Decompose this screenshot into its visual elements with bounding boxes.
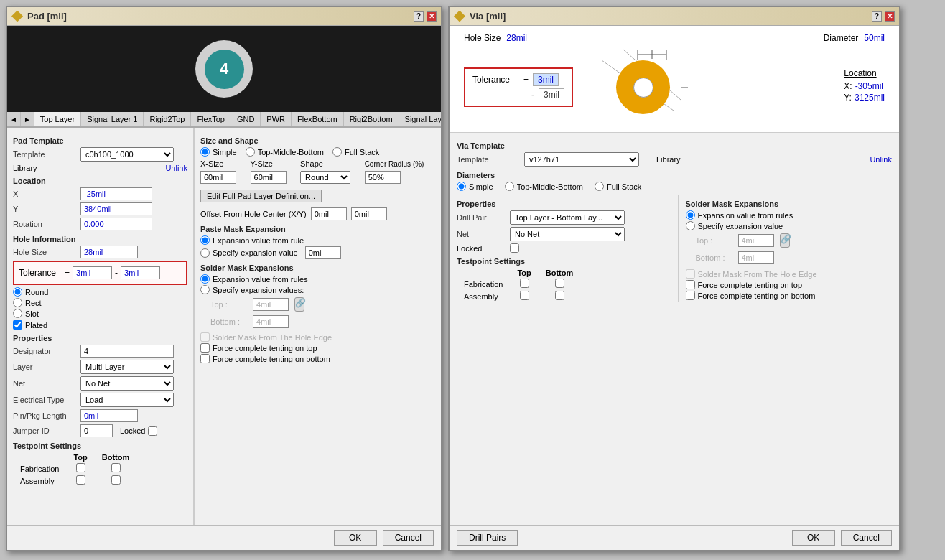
via-help-button[interactable]: ? bbox=[872, 11, 882, 22]
solder-specify-radio[interactable] bbox=[200, 285, 210, 294]
tab-nav-left[interactable]: ◄ bbox=[7, 112, 21, 126]
layer-select[interactable]: Multi-Layer bbox=[80, 360, 174, 374]
via-simple-radio[interactable] bbox=[457, 182, 466, 191]
pad-help-button[interactable]: ? bbox=[414, 11, 424, 22]
via-tp-fab-bottom-checkbox[interactable] bbox=[555, 279, 564, 288]
force-tent-bottom-checkbox[interactable] bbox=[200, 354, 210, 363]
via-from-hole-edge-checkbox[interactable] bbox=[686, 269, 695, 279]
via-tp-fab-top-checkbox[interactable] bbox=[520, 279, 529, 288]
via-solder-top-input[interactable] bbox=[738, 234, 774, 247]
offset-x-input[interactable] bbox=[311, 207, 347, 220]
shape-dropdown[interactable]: Round bbox=[300, 171, 350, 184]
pad-preview: 4 bbox=[7, 26, 441, 112]
via-dialog-title: Via [mil] bbox=[470, 11, 506, 22]
y-input[interactable] bbox=[80, 202, 152, 215]
net-field-label: Net bbox=[13, 379, 78, 388]
force-tent-top-checkbox[interactable] bbox=[200, 343, 210, 353]
rotation-input[interactable] bbox=[80, 218, 152, 230]
via-tp-empty bbox=[457, 268, 510, 278]
tolerance-minus-input[interactable] bbox=[121, 266, 160, 279]
via-template-select[interactable]: v127h71 bbox=[524, 152, 639, 167]
paste-specify-input[interactable] bbox=[305, 246, 341, 259]
via-chain-icon: 🔗 bbox=[780, 233, 790, 248]
via-force-tent-bottom-checkbox[interactable] bbox=[686, 291, 695, 300]
template-select[interactable]: c0h100_1000 bbox=[80, 147, 174, 162]
from-hole-edge-checkbox[interactable] bbox=[200, 332, 210, 342]
x-input[interactable] bbox=[80, 187, 152, 200]
via-locked-checkbox[interactable] bbox=[510, 243, 519, 253]
tab-rigi2bottom[interactable]: Rigi2Bottom bbox=[344, 112, 399, 126]
via-full-stack-radio[interactable] bbox=[595, 182, 604, 191]
hole-size-input[interactable] bbox=[80, 246, 138, 258]
via-net-select[interactable]: No Net bbox=[510, 227, 625, 241]
via-tolerance-box: Tolerance + 3mil - 3mil bbox=[464, 67, 573, 107]
via-solder-bottom-input[interactable] bbox=[738, 251, 774, 264]
tab-top-layer[interactable]: Top Layer bbox=[34, 112, 81, 128]
paste-specify-radio[interactable] bbox=[200, 248, 210, 258]
plated-label: Plated bbox=[25, 321, 47, 330]
via-unlink-link[interactable]: Unlink bbox=[870, 155, 892, 164]
tp-col-empty bbox=[13, 452, 66, 462]
tab-flextop[interactable]: FlexTop bbox=[191, 112, 231, 126]
via-close-button[interactable]: ✕ bbox=[885, 11, 895, 22]
location-y-label: Y: bbox=[844, 93, 852, 103]
tp-fab-top-checkbox[interactable] bbox=[76, 463, 85, 472]
tp-asm-top-checkbox[interactable] bbox=[76, 475, 85, 485]
pad-close-button[interactable]: ✕ bbox=[427, 11, 437, 22]
x-size-input[interactable] bbox=[200, 171, 236, 184]
electrical-select[interactable]: Load bbox=[80, 393, 174, 407]
via-tp-asm-bottom-checkbox[interactable] bbox=[555, 291, 564, 300]
offset-y-input[interactable] bbox=[351, 207, 387, 220]
tolerance-plus-input[interactable] bbox=[73, 266, 112, 279]
pad-titlebar: Pad [mil] ? ✕ bbox=[7, 7, 441, 26]
via-solder-from-rules-radio[interactable] bbox=[686, 210, 695, 220]
paste-from-rule-label: Expansion value from rule bbox=[213, 236, 304, 245]
via-top-mid-bot-radio[interactable] bbox=[505, 182, 514, 191]
via-cancel-button[interactable]: Cancel bbox=[841, 530, 892, 546]
paste-from-rule-radio[interactable] bbox=[200, 235, 210, 245]
via-solder-specify-radio[interactable] bbox=[686, 221, 695, 230]
via-ok-button[interactable]: OK bbox=[792, 530, 835, 546]
solder-from-rules-radio[interactable] bbox=[200, 274, 210, 284]
jumper-input[interactable] bbox=[80, 424, 113, 437]
full-stack-radio[interactable] bbox=[332, 147, 342, 157]
net-select[interactable]: No Net bbox=[80, 376, 174, 391]
tab-pwr[interactable]: PWR bbox=[261, 112, 292, 126]
pad-cancel-button[interactable]: Cancel bbox=[383, 530, 434, 546]
corner-radius-input[interactable] bbox=[365, 171, 401, 184]
designator-input[interactable] bbox=[80, 345, 174, 358]
tab-rigid2top[interactable]: Rigid2Top bbox=[144, 112, 191, 126]
locked-pad-checkbox[interactable] bbox=[148, 426, 157, 436]
pad-ok-button[interactable]: OK bbox=[334, 530, 377, 546]
solder-top-input[interactable] bbox=[253, 298, 289, 311]
pin-length-input[interactable] bbox=[80, 409, 138, 422]
tab-signal-layer2[interactable]: Signal Layer 2 bbox=[399, 112, 441, 126]
tab-gnd[interactable]: GND bbox=[231, 112, 261, 126]
diameter-heading-value: 50mil bbox=[864, 33, 885, 43]
slot-radio[interactable] bbox=[13, 309, 22, 318]
via-tp-asm-top-checkbox[interactable] bbox=[520, 291, 529, 300]
drill-pair-select[interactable]: Top Layer - Bottom Lay... bbox=[510, 210, 625, 225]
tp-asm-bottom-checkbox[interactable] bbox=[111, 475, 121, 485]
unlink-link[interactable]: Unlink bbox=[165, 164, 187, 172]
simple-radio[interactable] bbox=[200, 147, 210, 157]
drill-pairs-button[interactable]: Drill Pairs bbox=[457, 530, 518, 546]
tab-signal-layer1[interactable]: Signal Layer 1 bbox=[81, 112, 144, 126]
rect-radio[interactable] bbox=[13, 298, 22, 307]
tp-fabrication-row: Fabrication bbox=[13, 462, 136, 475]
plated-checkbox[interactable] bbox=[13, 320, 22, 330]
top-mid-bot-radio[interactable] bbox=[246, 147, 255, 157]
round-radio[interactable] bbox=[13, 287, 22, 297]
tab-flexbottom[interactable]: FlexBottom bbox=[292, 112, 344, 126]
via-locked-label: Locked bbox=[457, 244, 507, 253]
tp-fab-bottom-checkbox[interactable] bbox=[111, 463, 121, 472]
hole-size-heading-value: 28mil bbox=[506, 33, 527, 43]
via-force-tent-top-checkbox[interactable] bbox=[686, 280, 695, 289]
via-testpoint-table: Top Bottom Fabrication Assembly bbox=[457, 268, 580, 302]
round-label: Round bbox=[25, 288, 48, 297]
tab-nav-right[interactable]: ► bbox=[21, 112, 34, 126]
jumper-field-label: Jumper ID bbox=[13, 426, 78, 435]
y-size-input[interactable] bbox=[251, 171, 287, 184]
edit-pad-layer-btn[interactable]: Edit Full Pad Layer Definition... bbox=[200, 190, 322, 202]
solder-bottom-input[interactable] bbox=[253, 315, 289, 328]
